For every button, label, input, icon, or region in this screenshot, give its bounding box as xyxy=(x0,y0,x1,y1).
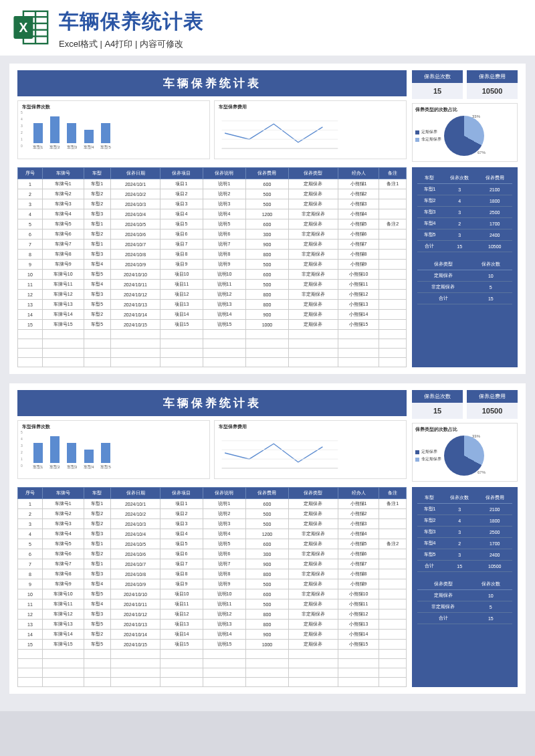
page-subtitle: Excel格式 | A4打印 | 内容可修改 xyxy=(59,38,523,50)
side-table-category: 保养类型保养次数定期保养10非定期保养5合计15 xyxy=(417,579,512,624)
side-panel: 车型保养次数保养费用车型132100车型241800车型332500车型4217… xyxy=(412,487,518,687)
page-header: X 车辆保养统计表 Excel格式 | A4打印 | 内容可修改 xyxy=(0,0,535,56)
kpi-card: 保养总费用10500 xyxy=(467,390,518,419)
svg-rect-5 xyxy=(35,11,36,43)
page-body: 车辆保养统计表 车型保养次数 543210 车型1车型2车型3车型4车型5 车型… xyxy=(0,56,535,711)
kpi-card: 保养总次数15 xyxy=(412,390,463,419)
kpi-card: 保养总次数15 xyxy=(412,70,463,99)
line-chart: 车型保养费用 xyxy=(214,100,407,159)
line-chart: 车型保养费用 xyxy=(214,420,407,479)
doc-title: 车辆保养统计表 xyxy=(17,390,407,416)
main-table: 序号车牌号车型保养日期保养项目保养说明保养费用保养类型经办人备注1车牌号1车型1… xyxy=(17,487,407,687)
main-table: 序号车牌号车型保养日期保养项目保养说明保养费用保养类型经办人备注1车牌号1车型1… xyxy=(17,167,407,367)
document-page: 车辆保养统计表 车型保养次数 543210 车型1车型2车型3车型4车型5 车型… xyxy=(9,383,526,694)
bar-chart: 车型保养次数 543210 车型1车型2车型3车型4车型5 xyxy=(17,100,210,159)
side-table-type: 车型保养次数保养费用车型132100车型241800车型332500车型4217… xyxy=(417,173,512,252)
document-page: 车辆保养统计表 车型保养次数 543210 车型1车型2车型3车型4车型5 车型… xyxy=(9,64,526,374)
pie-chart: 保养类型的次数占比 定期保养非定期保养 33% 67% xyxy=(412,103,518,162)
bar-chart: 车型保养次数 543210 车型1车型2车型3车型4车型5 xyxy=(17,420,210,479)
svg-text:X: X xyxy=(19,21,27,35)
kpi-card: 保养总费用10500 xyxy=(467,70,518,99)
pie-chart: 保养类型的次数占比 定期保养非定期保养 33% 67% xyxy=(412,423,518,482)
doc-title: 车辆保养统计表 xyxy=(17,70,407,96)
side-table-category: 保养类型保养次数定期保养10非定期保养5合计15 xyxy=(417,259,512,304)
side-panel: 车型保养次数保养费用车型132100车型241800车型332500车型4217… xyxy=(412,167,518,367)
excel-icon: X xyxy=(12,8,51,47)
side-table-type: 车型保养次数保养费用车型132100车型241800车型332500车型4217… xyxy=(417,492,512,572)
page-title: 车辆保养统计表 xyxy=(59,8,523,35)
